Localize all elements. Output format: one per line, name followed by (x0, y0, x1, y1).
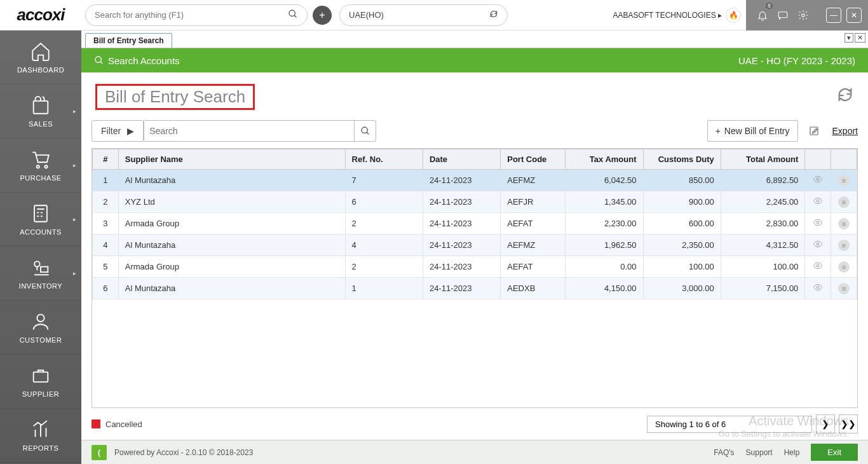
minimize-button[interactable]: — (826, 8, 841, 23)
row-menu-button[interactable]: ≡ (831, 213, 857, 235)
search-input[interactable] (144, 126, 354, 136)
tab-menu-icon[interactable]: ▾ (844, 33, 853, 43)
pager-next-button[interactable]: ❯ (816, 414, 835, 433)
sidebar-item-purchase[interactable]: PURCHASE ▸ (0, 139, 81, 193)
cell-supplier: XYZ Ltd (118, 191, 345, 213)
view-row-button[interactable] (805, 256, 831, 278)
add-button[interactable]: + (313, 6, 332, 25)
col-index[interactable]: # (93, 149, 119, 170)
fiscal-year-label: UAE - HO (FY 2023 - 2023) (738, 55, 855, 66)
sidebar-item-inventory[interactable]: INVENTORY ▸ (0, 247, 81, 301)
sync-icon[interactable] (489, 10, 498, 20)
view-row-button[interactable] (805, 170, 831, 191)
eye-icon (813, 239, 823, 249)
eye-icon (813, 261, 823, 271)
cell-supplier: Al Muntazaha (118, 278, 345, 299)
faq-link[interactable]: FAQ's (714, 448, 734, 457)
notification-badge: 8 (766, 3, 773, 9)
table-row[interactable]: 5Armada Group224-11-2023AEFAT0.00100.001… (93, 256, 857, 278)
new-bill-of-entry-button[interactable]: + New Bill of Entry (707, 120, 798, 142)
cell-port: AEFAT (501, 256, 566, 278)
cell-tax: 6,042.50 (566, 170, 643, 191)
cell-total: 7,150.00 (721, 278, 805, 299)
edit-columns-icon[interactable] (803, 120, 825, 142)
refresh-icon[interactable] (836, 86, 854, 108)
svg-point-0 (289, 10, 295, 16)
cell-port: AEFJR (501, 191, 566, 213)
gear-icon[interactable] (793, 0, 813, 31)
global-search-input[interactable] (95, 10, 288, 20)
sidebar-item-supplier[interactable]: SUPPLIER (0, 355, 81, 409)
location-select[interactable]: UAE(HO) (339, 4, 508, 26)
filter-dropdown[interactable]: Filter ▶ (92, 120, 144, 142)
chat-icon[interactable] (773, 0, 793, 31)
cell-port: AEFMZ (501, 170, 566, 191)
tab-bill-of-entry-search[interactable]: Bill of Entry Search (85, 33, 172, 48)
table-row[interactable]: 3Armada Group224-11-2023AEFAT2,230.00600… (93, 213, 857, 235)
view-row-button[interactable] (805, 213, 831, 235)
table-row[interactable]: 2XYZ Ltd624-11-2023AEFJR1,345.00900.002,… (93, 191, 857, 213)
help-link[interactable]: Help (784, 448, 800, 457)
close-button[interactable]: ✕ (846, 8, 862, 23)
pager-last-button[interactable]: ❯❯ (839, 414, 858, 433)
sidebar-item-accounts[interactable]: ACCOUNTS ▸ (0, 193, 81, 247)
topbar: accoxi + UAE(HO) AABASOFT TECHNOLOGIES ▸… (0, 0, 868, 31)
cell-tax: 0.00 (566, 256, 643, 278)
chevron-right-icon: ▸ (73, 108, 76, 114)
row-menu-button[interactable]: ≡ (831, 235, 857, 256)
bell-icon[interactable]: 8 (752, 0, 773, 31)
col-supplier[interactable]: Supplier Name (118, 149, 345, 170)
company-name[interactable]: AABASOFT TECHNOLOGIES ▸ (613, 11, 722, 20)
eye-icon (813, 174, 823, 184)
menu-icon: ≡ (838, 283, 850, 294)
cell-date: 24-11-2023 (423, 191, 500, 213)
view-row-button[interactable] (805, 278, 831, 299)
sidebar-item-reports[interactable]: REPORTS (0, 409, 81, 463)
cell-date: 24-11-2023 (423, 170, 500, 191)
svg-rect-14 (41, 267, 48, 273)
status-row: Cancelled Showing 1 to 6 of 6 ❯ ❯❯ (81, 408, 868, 440)
col-ref[interactable]: Ref. No. (345, 149, 423, 170)
table-row[interactable]: 1Al Muntazaha724-11-2023AEFMZ6,042.50850… (93, 170, 857, 191)
row-menu-button[interactable]: ≡ (831, 191, 857, 213)
col-date[interactable]: Date (423, 149, 500, 170)
cell-tax: 1,345.00 (566, 191, 643, 213)
tab-close-icon[interactable]: ✕ (855, 33, 865, 43)
company-avatar[interactable]: 🔥 (726, 8, 741, 23)
global-search[interactable] (85, 4, 308, 26)
export-link[interactable]: Export (832, 126, 858, 136)
svg-line-23 (367, 132, 369, 134)
row-menu-button[interactable]: ≡ (831, 170, 857, 191)
exit-button[interactable]: Exit (811, 444, 858, 461)
sidebar-item-dashboard[interactable]: DASHBOARD (0, 31, 81, 85)
col-port[interactable]: Port Code (501, 149, 566, 170)
support-link[interactable]: Support (746, 448, 773, 457)
view-row-button[interactable] (805, 191, 831, 213)
col-total[interactable]: Total Amount (721, 149, 805, 170)
table-row[interactable]: 6Al Muntazaha124-11-2023AEDXB4,150.003,0… (93, 278, 857, 299)
cell-tax: 4,150.00 (566, 278, 643, 299)
search-icon[interactable] (288, 9, 298, 22)
table-row[interactable]: 4Al Muntazaha424-11-2023AEFMZ1,962.502,3… (93, 235, 857, 256)
sidebar-label: SUPPLIER (22, 390, 59, 398)
search-accounts-link[interactable]: Search Accounts (94, 55, 180, 66)
cell-customs: 100.00 (643, 256, 721, 278)
sidebar-item-customer[interactable]: CUSTOMER (0, 301, 81, 355)
search-box[interactable] (144, 120, 376, 142)
cell-ref: 2 (345, 256, 423, 278)
search-button[interactable] (354, 120, 376, 142)
sidebar-label: INVENTORY (19, 282, 62, 290)
view-row-button[interactable] (805, 235, 831, 256)
col-tax[interactable]: Tax Amount (566, 149, 643, 170)
row-menu-button[interactable]: ≡ (831, 256, 857, 278)
row-menu-button[interactable]: ≡ (831, 278, 857, 299)
cell-date: 24-11-2023 (423, 256, 500, 278)
sidebar-label: PURCHASE (20, 174, 61, 182)
cell-date: 24-11-2023 (423, 213, 500, 235)
sidebar-item-sales[interactable]: SALES ▸ (0, 85, 81, 139)
sidebar-label: DASHBOARD (17, 66, 64, 74)
main-panel: Bill of Entry Search ▾ ✕ Search Accounts… (81, 31, 868, 464)
chevron-right-icon: ▸ (73, 270, 76, 276)
cell-total: 2,245.00 (721, 191, 805, 213)
col-customs[interactable]: Customs Duty (643, 149, 721, 170)
